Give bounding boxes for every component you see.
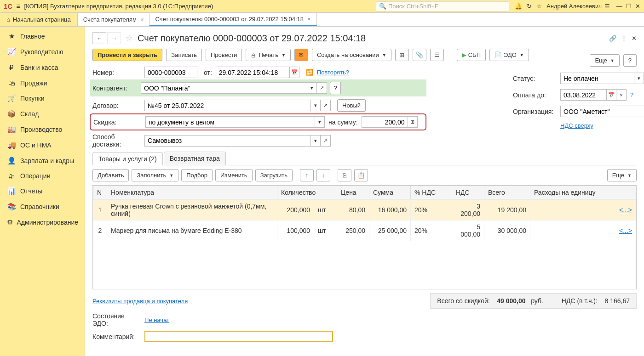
- dropdown-icon[interactable]: ▾: [315, 116, 325, 128]
- back-button[interactable]: ←: [92, 32, 106, 44]
- link-icon[interactable]: 🔗: [609, 35, 616, 42]
- col-vat-pct[interactable]: % НДС: [411, 186, 452, 199]
- calendar-icon[interactable]: 📅: [606, 89, 616, 101]
- col-price[interactable]: Цена: [337, 186, 369, 199]
- open-icon[interactable]: ↗: [321, 100, 331, 111]
- home-tab[interactable]: ⌂ Начальная страница: [0, 13, 78, 26]
- discount-amount-input[interactable]: [362, 116, 408, 128]
- tab-invoices-list[interactable]: Счета покупателям ×: [78, 13, 150, 26]
- status-input[interactable]: [560, 73, 634, 84]
- pick-button[interactable]: Подбор: [181, 169, 213, 181]
- counterparty-help-button[interactable]: ?: [330, 82, 341, 94]
- paste-button[interactable]: 📋: [354, 169, 368, 181]
- more-menu-icon[interactable]: ⋮: [621, 35, 627, 42]
- menu-icon[interactable]: ≡: [16, 2, 20, 11]
- sidebar-item-reports[interactable]: 📊Отчеты: [0, 183, 85, 199]
- bell-icon[interactable]: 🔔: [515, 3, 522, 10]
- number-input[interactable]: [144, 67, 197, 78]
- unit-cost-link[interactable]: <...>: [619, 227, 632, 234]
- close-icon[interactable]: ✕: [632, 35, 637, 42]
- clear-icon[interactable]: ×: [616, 89, 627, 101]
- col-unit-cost[interactable]: Расходы на единицу: [530, 186, 636, 199]
- history-icon[interactable]: ↻: [527, 3, 532, 10]
- help-button[interactable]: ?: [623, 54, 637, 67]
- discount-type-input[interactable]: [145, 116, 315, 128]
- col-vat[interactable]: НДС: [452, 186, 484, 199]
- global-search[interactable]: 🔍 Поиск Ctrl+Shift+F: [376, 1, 509, 11]
- calculator-icon[interactable]: ⊞: [408, 116, 418, 128]
- sidebar-item-warehouse[interactable]: 📦Склад: [0, 106, 85, 122]
- more-button[interactable]: Еще▼: [590, 54, 619, 67]
- pay-until-help[interactable]: ?: [630, 91, 633, 98]
- tab-tare[interactable]: Возвратная тара: [164, 152, 226, 165]
- user-menu-icon[interactable]: ☰: [604, 3, 610, 10]
- org-input[interactable]: [560, 106, 644, 117]
- maximize-icon[interactable]: ☐: [626, 3, 632, 10]
- repeat-icon[interactable]: 🔁: [306, 69, 313, 76]
- sidebar-item-catalogs[interactable]: 📚Справочники: [0, 199, 85, 215]
- sidebar-item-production[interactable]: 🏭Производство: [0, 122, 85, 137]
- new-contract-button[interactable]: Новый: [337, 99, 366, 112]
- delivery-input[interactable]: [144, 135, 310, 147]
- edit-row-button[interactable]: Изменить: [215, 169, 253, 181]
- pay-until-input[interactable]: [560, 89, 606, 101]
- open-icon[interactable]: ↗: [321, 135, 331, 147]
- open-icon[interactable]: ↗: [317, 82, 327, 94]
- calendar-icon[interactable]: 📅: [289, 67, 299, 78]
- move-down-button[interactable]: ↓: [316, 169, 330, 181]
- user-name[interactable]: Андрей Алексеевич: [546, 3, 602, 10]
- dropdown-icon[interactable]: ▾: [307, 82, 317, 94]
- unit-cost-link[interactable]: <...>: [619, 206, 632, 214]
- create-based-button[interactable]: Создать на основании▼: [312, 49, 391, 61]
- close-icon[interactable]: ×: [307, 16, 311, 23]
- col-item[interactable]: Номенклатура: [107, 186, 277, 199]
- star-icon[interactable]: ☆: [536, 3, 542, 10]
- close-icon[interactable]: ✕: [635, 3, 640, 10]
- structure-button[interactable]: ⊞: [395, 49, 409, 61]
- requisites-link[interactable]: Реквизиты продавца и покупателя: [92, 298, 188, 305]
- col-total[interactable]: Всего: [484, 186, 530, 199]
- sidebar-item-sales[interactable]: 🛍Продажи: [0, 75, 85, 90]
- col-sum[interactable]: Сумма: [369, 186, 411, 199]
- attachments-button[interactable]: 📎: [413, 49, 426, 61]
- copy-button[interactable]: ⎘: [338, 169, 351, 181]
- table-row[interactable]: 1 Ручка гелевая Crown с резиновой манжет…: [93, 200, 636, 220]
- print-button[interactable]: 🖨Печать▼: [246, 49, 291, 61]
- dropdown-icon[interactable]: ▾: [310, 100, 321, 111]
- edo-button[interactable]: 📄ЭДО▼: [489, 49, 529, 61]
- save-button[interactable]: Записать: [166, 49, 202, 61]
- move-up-button[interactable]: ↑: [300, 169, 314, 181]
- sbp-button[interactable]: ▶СБП: [457, 49, 486, 61]
- sidebar-item-manager[interactable]: 📈Руководителю: [0, 44, 85, 60]
- email-button[interactable]: ✉: [294, 49, 308, 61]
- sidebar-item-purchases[interactable]: 🛒Покупки: [0, 90, 85, 106]
- edo-state-link[interactable]: Не начат: [144, 316, 169, 323]
- col-qty[interactable]: Количество: [277, 186, 337, 199]
- forward-button[interactable]: →: [107, 32, 121, 44]
- date-input[interactable]: [216, 67, 289, 78]
- dropdown-icon[interactable]: ▾: [634, 73, 644, 84]
- contract-input[interactable]: [144, 100, 310, 111]
- sidebar-item-bank[interactable]: ₽Банк и касса: [0, 60, 85, 75]
- post-and-close-button[interactable]: Провести и закрыть: [92, 49, 162, 61]
- favorite-star-icon[interactable]: ☆: [126, 33, 133, 43]
- sidebar-item-salary[interactable]: 👤Зарплата и кадры: [0, 153, 85, 169]
- dropdown-icon[interactable]: ▾: [310, 135, 321, 147]
- tab-goods[interactable]: Товары и услуги (2): [92, 152, 163, 165]
- sidebar-item-main[interactable]: ★Главное: [0, 28, 85, 44]
- fill-button[interactable]: Заполнить▼: [132, 169, 178, 181]
- sidebar-item-assets[interactable]: 🚚ОС и НМА: [0, 137, 85, 153]
- comment-input[interactable]: [144, 331, 333, 342]
- table-more-button[interactable]: Еще▼: [607, 169, 637, 181]
- sidebar-item-admin[interactable]: ⚙Администрирование: [0, 215, 85, 230]
- close-icon[interactable]: ×: [140, 16, 144, 23]
- post-button[interactable]: Провести: [206, 49, 242, 61]
- repeat-link[interactable]: Повторять?: [317, 69, 349, 76]
- minimize-icon[interactable]: —: [616, 3, 622, 10]
- counterparty-input[interactable]: [141, 82, 307, 94]
- vat-link[interactable]: НДС сверху: [560, 122, 593, 129]
- list-button[interactable]: ☰: [430, 49, 444, 61]
- tab-invoice-doc[interactable]: Счет покупателю 0000-000003 от 29.07.202…: [150, 13, 316, 26]
- load-button[interactable]: Загрузить: [255, 169, 293, 181]
- add-row-button[interactable]: Добавить: [92, 169, 129, 181]
